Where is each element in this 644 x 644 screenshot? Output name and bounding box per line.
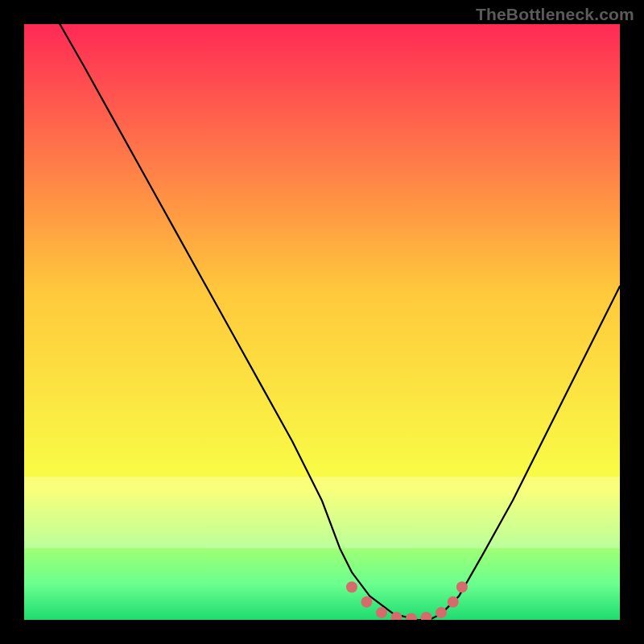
marker-dot: [448, 597, 459, 608]
marker-dot: [436, 607, 447, 618]
watermark-text: TheBottleneck.com: [476, 5, 634, 24]
plot-area: [24, 24, 620, 620]
pale-band: [24, 477, 620, 548]
chart-svg: [24, 24, 620, 620]
marker-dot: [456, 581, 468, 592]
marker-dot: [361, 597, 373, 608]
chart-container: TheBottleneck.com: [0, 0, 644, 644]
marker-dot: [346, 581, 357, 592]
marker-dot: [376, 607, 387, 618]
